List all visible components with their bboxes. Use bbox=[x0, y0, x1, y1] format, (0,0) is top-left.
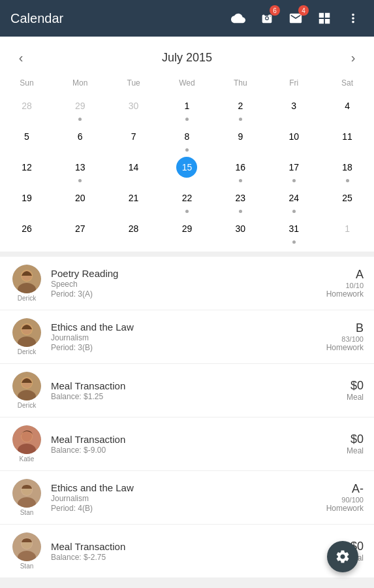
header: Calendar 6 4 bbox=[0, 0, 374, 37]
day-header-thu: Thu bbox=[213, 76, 267, 90]
events-list: DerickPoetry ReadingSpeechPeriod: 3(A)A1… bbox=[0, 257, 374, 578]
event-dot bbox=[292, 240, 296, 244]
event-title: Ethics and the Law bbox=[51, 321, 318, 333]
event-type: Homework bbox=[318, 343, 364, 352]
next-month-button[interactable]: › bbox=[343, 47, 364, 68]
calendar-day-21[interactable]: 21 bbox=[107, 185, 161, 216]
calendar-day-8[interactable]: 8 bbox=[161, 123, 214, 154]
calendar-day-28[interactable]: 28 bbox=[0, 93, 54, 123]
svg-point-15 bbox=[22, 431, 32, 442]
calendar-day-17[interactable]: 17 bbox=[267, 154, 320, 185]
event-dot bbox=[346, 179, 349, 182]
event-dot bbox=[239, 179, 242, 182]
avatar-container: Stan bbox=[10, 479, 43, 516]
calendar-day-9[interactable]: 9 bbox=[213, 123, 267, 154]
calendar-day-24[interactable]: 24 bbox=[267, 185, 320, 216]
calendar-day-25[interactable]: 25 bbox=[320, 185, 374, 216]
event-item[interactable]: DerickEthics and the LawJournalismPeriod… bbox=[0, 310, 374, 364]
calendar-day-30[interactable]: 30 bbox=[107, 93, 161, 123]
calendar-day-29[interactable]: 29 bbox=[54, 93, 107, 123]
calendar-day-16[interactable]: 16 bbox=[213, 154, 267, 185]
event-grade: B bbox=[318, 321, 364, 335]
event-subtitle1: Balance: $-9.00 bbox=[51, 446, 318, 455]
avatar-label: Stan bbox=[20, 509, 34, 516]
avatar bbox=[12, 265, 41, 293]
camera-icon[interactable]: 6 bbox=[257, 8, 277, 29]
event-title: Poetry Reading bbox=[51, 268, 318, 279]
prev-month-button[interactable]: ‹ bbox=[10, 47, 31, 68]
calendar-day-1[interactable]: 1 bbox=[161, 93, 214, 123]
event-subtitle2: Period: 4(B) bbox=[51, 504, 318, 513]
event-type: Meal bbox=[318, 393, 364, 402]
calendar-day-7[interactable]: 7 bbox=[107, 123, 161, 154]
calendar-day-10[interactable]: 10 bbox=[267, 123, 320, 154]
message-badge: 4 bbox=[298, 5, 309, 16]
calendar-day-30[interactable]: 30 bbox=[213, 216, 267, 246]
event-title: Meal Transaction bbox=[51, 541, 318, 552]
event-dot bbox=[239, 118, 242, 121]
calendar-day-1[interactable]: 1 bbox=[320, 216, 374, 246]
event-item[interactable]: DerickPoetry ReadingSpeechPeriod: 3(A)A1… bbox=[0, 257, 374, 310]
day-header-sat: Sat bbox=[320, 76, 374, 90]
avatar-container: Katie bbox=[10, 425, 43, 463]
day-header-sun: Sun bbox=[0, 76, 54, 90]
event-grade: A bbox=[318, 268, 364, 282]
event-info: Ethics and the LawJournalismPeriod: 3(B) bbox=[51, 321, 318, 352]
event-info: Meal TransactionBalance: $-9.00 bbox=[51, 434, 318, 455]
day-header-tue: Tue bbox=[107, 76, 161, 90]
calendar-day-12[interactable]: 12 bbox=[0, 154, 54, 185]
calendar-day-6[interactable]: 6 bbox=[54, 123, 107, 154]
event-dot bbox=[78, 179, 82, 182]
event-item[interactable]: KatieMeal TransactionBalance: $-9.00$0Me… bbox=[0, 417, 374, 471]
event-right: A-90/100Homework bbox=[318, 482, 364, 513]
calendar-day-11[interactable]: 11 bbox=[320, 123, 374, 154]
avatar bbox=[12, 372, 41, 400]
calendar-day-4[interactable]: 4 bbox=[320, 93, 374, 123]
calendar-day-2[interactable]: 2 bbox=[213, 93, 267, 123]
calendar-day-19[interactable]: 19 bbox=[0, 185, 54, 216]
more-icon[interactable] bbox=[343, 8, 364, 29]
calendar-day-22[interactable]: 22 bbox=[161, 185, 214, 216]
calendar-day-23[interactable]: 23 bbox=[213, 185, 267, 216]
calendar-day-31[interactable]: 31 bbox=[267, 216, 320, 246]
calendar-day-14[interactable]: 14 bbox=[107, 154, 161, 185]
day-header-fri: Fri bbox=[267, 76, 320, 90]
calendar-day-3[interactable]: 3 bbox=[267, 93, 320, 123]
event-type: Homework bbox=[318, 504, 364, 513]
calendar-day-13[interactable]: 13 bbox=[54, 154, 107, 185]
calendar-day-15[interactable]: 15 bbox=[161, 154, 214, 185]
avatar-label: Derick bbox=[18, 295, 36, 302]
calendar-day-20[interactable]: 20 bbox=[54, 185, 107, 216]
event-right: $0Meal bbox=[318, 433, 364, 455]
calendar-day-29[interactable]: 29 bbox=[161, 216, 214, 246]
calendar-nav: ‹ July 2015 › bbox=[0, 42, 374, 73]
cloud-icon[interactable] bbox=[228, 8, 249, 29]
message-icon[interactable]: 4 bbox=[285, 8, 306, 29]
event-dot bbox=[185, 210, 189, 213]
event-item[interactable]: DerickMeal TransactionBalance: $1.25$0Me… bbox=[0, 364, 374, 417]
event-item[interactable]: StanEthics and the LawJournalismPeriod: … bbox=[0, 471, 374, 525]
settings-fab[interactable] bbox=[327, 541, 358, 572]
event-dot bbox=[78, 118, 82, 121]
event-type: Meal bbox=[318, 446, 364, 455]
calendar-day-27[interactable]: 27 bbox=[54, 216, 107, 246]
calendar-day-5[interactable]: 5 bbox=[0, 123, 54, 154]
event-grade: $0 bbox=[318, 379, 364, 393]
avatar-container: Stan bbox=[10, 532, 43, 570]
calendar-day-26[interactable]: 26 bbox=[0, 216, 54, 246]
event-subtitle1: Journalism bbox=[51, 494, 318, 503]
calendar-day-18[interactable]: 18 bbox=[320, 154, 374, 185]
event-right: B83/100Homework bbox=[318, 321, 364, 352]
event-item[interactable]: StanMeal TransactionBalance: $-2.75$0Mea… bbox=[0, 525, 374, 578]
layout-icon[interactable] bbox=[314, 8, 335, 29]
event-subtitle1: Journalism bbox=[51, 333, 318, 342]
event-info: Meal TransactionBalance: $1.25 bbox=[51, 380, 318, 401]
header-icons: 6 4 bbox=[228, 8, 364, 29]
calendar-day-28[interactable]: 28 bbox=[107, 216, 161, 246]
event-dot bbox=[239, 210, 242, 213]
avatar-container: Derick bbox=[10, 265, 43, 302]
camera-badge: 6 bbox=[270, 5, 280, 16]
avatar bbox=[12, 532, 41, 561]
avatar-label: Derick bbox=[18, 402, 36, 409]
calendar-month-title: July 2015 bbox=[162, 51, 212, 65]
